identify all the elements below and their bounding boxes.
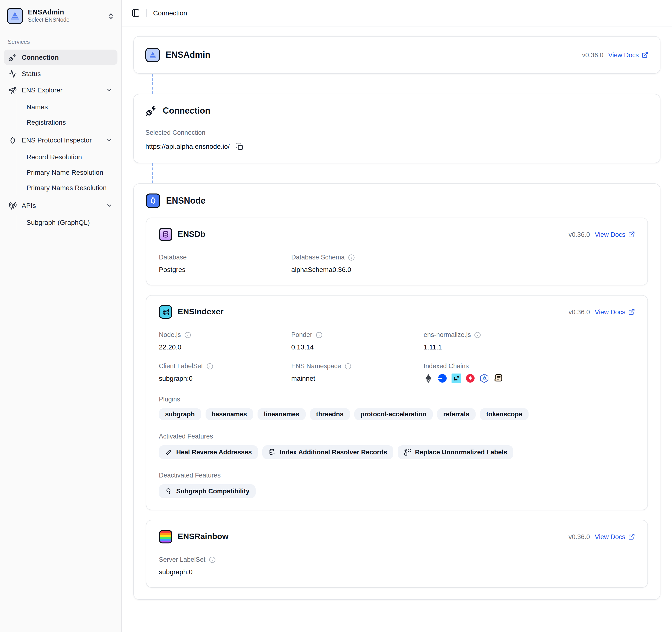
version-badge: v0.36.0 [569,231,590,238]
radio-tower-icon [9,201,17,210]
sidebar-item-names[interactable]: Names [23,99,117,115]
field-ens-normalize: ens-normalize.js 1.11.1 [424,331,556,351]
info-icon[interactable] [474,332,481,338]
ensdb-title: ENSDb [177,229,205,239]
ensindexer-icon [159,305,172,319]
sidebar-item-label: Status [22,70,41,77]
copy-button[interactable] [235,143,243,150]
info-icon[interactable] [348,254,355,261]
sidebar-section-services: Services [8,39,114,45]
subgraph-compatibility-icon [165,488,172,495]
ensadmin-logo [7,8,23,24]
field-indexed-chains: Indexed Chains [424,362,556,383]
field-label: Node.js [159,331,181,338]
ensnode-card-title: ENSNode [166,196,206,206]
sidebar-item-primary-name-resolution[interactable]: Primary Name Resolution [23,165,117,180]
field-value: Postgres [159,266,291,273]
feature-badge-replace-unnormalized-labels: Replace Unnormalized Labels [398,445,513,459]
ensdb-icon [159,228,172,241]
ensadmin-card-logo [145,48,160,62]
external-link-icon [628,309,635,315]
chevron-down-icon [106,137,113,143]
info-icon[interactable] [209,556,216,563]
sidebar-item-primary-names-resolution[interactable]: Primary Names Resolution [23,180,117,195]
sidebar-item-status[interactable]: Status [4,66,117,81]
view-docs-label: View Docs [595,533,625,540]
info-icon[interactable] [344,363,351,369]
field-nodejs: Node.js 22.20.0 [159,331,291,351]
field-label: Database [159,254,187,261]
sidebar-toggle-button[interactable] [131,9,140,17]
sidebar-item-label: Primary Name Resolution [26,168,103,176]
sidebar-item-ens-protocol-inspector[interactable]: ENS Protocol Inspector [4,132,117,148]
view-docs-link[interactable]: View Docs [595,308,635,316]
breadcrumb: Connection [153,9,187,17]
card-connector-line [152,163,153,184]
version-badge: v0.36.0 [569,533,590,540]
feature-label: Heal Reverse Addresses [176,448,252,456]
view-docs-link[interactable]: View Docs [608,51,648,58]
sidebar-nav: Connection Status ENS Explorer Names [4,49,117,232]
field-value: 1.11.1 [424,343,556,351]
sidebar-item-label: ENS Explorer [22,86,63,94]
plug-zap-icon [145,105,157,117]
feature-badge-subgraph-compatibility: Subgraph Compatibility [159,484,256,498]
sidebar-item-label: ENS Protocol Inspector [22,136,92,144]
feature-label: Index Additional Resolver Records [280,448,387,456]
view-docs-link[interactable]: View Docs [595,533,635,540]
connection-url: https://api.alpha.ensnode.io/ [145,143,230,150]
feature-label: Replace Unnormalized Labels [415,448,507,456]
field-database: Database Postgres [159,254,291,273]
app-title: ENSAdmin [28,8,70,17]
info-icon[interactable] [315,332,322,338]
ensindexer-title: ENSIndexer [177,307,223,317]
sidebar-item-ens-explorer[interactable]: ENS Explorer [4,82,117,98]
plugin-badge: threedns [310,408,350,420]
field-label: ENS Namespace [291,362,341,370]
field-label: Client LabelSet [159,362,203,370]
ens-triangle-icon [9,10,20,21]
activated-features-label: Activated Features [159,433,635,440]
sidebar: ENSAdmin Select ENSNode Services Connect… [0,0,122,632]
field-label: Database Schema [291,254,345,261]
indexed-chains-row [424,373,556,383]
database-plus-icon [269,448,276,456]
card-connector-line [152,74,153,94]
ensindexer-card: ENSIndexer v0.36.0 View Docs N [146,295,648,510]
linea-icon [452,373,461,383]
selected-connection-label: Selected Connection [145,129,648,136]
sidebar-item-record-resolution[interactable]: Record Resolution [23,149,117,165]
plugin-badge: tokenscope [480,408,529,420]
sidebar-item-label: Registrations [26,118,66,126]
ensrainbow-icon [159,530,172,543]
external-link-icon [642,51,648,58]
app-subtitle: Select ENSNode [28,17,70,24]
sidebar-item-subgraph-graphql[interactable]: Subgraph (GraphQL) [23,215,117,230]
info-icon[interactable] [206,363,213,369]
rainbow-stripes [160,531,171,542]
view-docs-link[interactable]: View Docs [595,231,635,238]
ensnode-selector[interactable]: ENSAdmin Select ENSNode [4,4,117,28]
telescope-icon [9,86,17,94]
info-icon[interactable] [184,332,191,338]
ens-mark-icon [149,196,158,205]
base-icon [437,373,447,383]
plugin-badge: protocol-acceleration [354,408,433,420]
plugin-badge: subgraph [159,408,201,420]
view-docs-label: View Docs [608,51,639,58]
plugins-row: subgraph basenames lineanames threedns p… [159,408,635,420]
field-label: Server LabelSet [159,556,206,563]
chevron-down-icon [106,202,113,209]
activated-features-row: Heal Reverse Addresses Index Additional … [159,445,635,459]
scroll-icon [494,373,503,383]
plugin-badge: basenames [205,408,253,420]
chevrons-up-down-icon [107,12,115,20]
sidebar-item-connection[interactable]: Connection [4,50,117,65]
apis-subgroup: Subgraph (GraphQL) [16,215,117,230]
ensnode-card: ENSNode ENSDb v0.36.0 View Docs [133,184,661,600]
sidebar-item-apis[interactable]: APIs [4,198,117,213]
field-label: Indexed Chains [424,362,469,370]
connection-card-title: Connection [163,106,210,116]
feature-badge-heal-reverse-addresses: Heal Reverse Addresses [159,445,258,459]
sidebar-item-registrations[interactable]: Registrations [23,115,117,130]
